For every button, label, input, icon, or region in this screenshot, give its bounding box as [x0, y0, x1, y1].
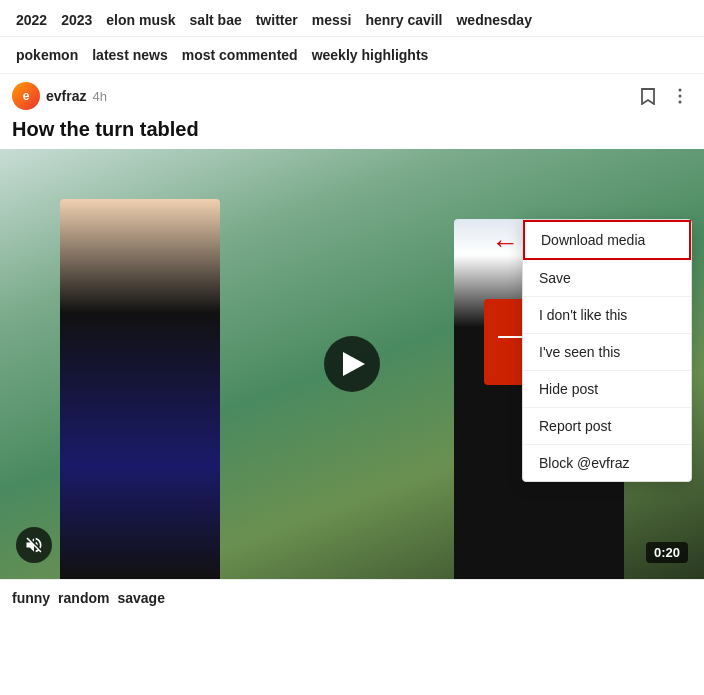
tag-messi[interactable]: messi	[308, 10, 356, 30]
tag-savage[interactable]: savage	[117, 590, 164, 606]
tag-weekly-highlights[interactable]: weekly highlights	[308, 45, 433, 65]
post-title: How the turn tabled	[0, 114, 704, 149]
tags-row-1: 20222023elon musksalt baetwittermessihen…	[0, 0, 704, 37]
tag-salt-bae[interactable]: salt bae	[186, 10, 246, 30]
svg-point-0	[679, 89, 682, 92]
tag-twitter[interactable]: twitter	[252, 10, 302, 30]
svg-point-2	[679, 101, 682, 104]
tag-henry-cavill[interactable]: henry cavill	[361, 10, 446, 30]
timestamp: 4h	[92, 89, 106, 104]
dropdown-item-save[interactable]: Save	[523, 260, 691, 297]
tag-random[interactable]: random	[58, 590, 109, 606]
tag-2022[interactable]: 2022	[12, 10, 51, 30]
svg-point-1	[679, 95, 682, 98]
post-user-info: e evfraz 4h	[12, 82, 107, 110]
bookmark-icon[interactable]	[636, 84, 660, 108]
post-actions	[636, 84, 692, 108]
tag-funny[interactable]: funny	[12, 590, 50, 606]
tag-latest-news[interactable]: latest news	[88, 45, 171, 65]
play-button[interactable]	[324, 336, 380, 392]
duration-badge: 0:20	[646, 542, 688, 563]
dropdown-item-block[interactable]: Block @evfraz	[523, 445, 691, 481]
dropdown-menu: Download mediaSaveI don't like thisI've …	[522, 219, 692, 482]
dropdown-item-hide-post[interactable]: Hide post	[523, 371, 691, 408]
dropdown-item-download-media[interactable]: Download media	[523, 220, 691, 260]
tag-pokemon[interactable]: pokemon	[12, 45, 82, 65]
bottom-tags: funnyrandomsavage	[0, 579, 704, 616]
tag-wednesday[interactable]: wednesday	[452, 10, 535, 30]
tag-elon-musk[interactable]: elon musk	[102, 10, 179, 30]
post-header: e evfraz 4h	[0, 74, 704, 114]
username[interactable]: evfraz	[46, 88, 86, 104]
arrow-indicator: ←	[491, 227, 519, 259]
tag-2023[interactable]: 2023	[57, 10, 96, 30]
dropdown-item-report-post[interactable]: Report post	[523, 408, 691, 445]
tag-most-commented[interactable]: most commented	[178, 45, 302, 65]
dropdown-item-seen-this[interactable]: I've seen this	[523, 334, 691, 371]
avatar: e	[12, 82, 40, 110]
more-options-icon[interactable]	[668, 84, 692, 108]
tags-row-2: pokemonlatest newsmost commentedweekly h…	[0, 37, 704, 74]
play-icon	[343, 352, 365, 376]
person-left	[60, 199, 220, 579]
mute-icon[interactable]	[16, 527, 52, 563]
dropdown-item-dont-like[interactable]: I don't like this	[523, 297, 691, 334]
